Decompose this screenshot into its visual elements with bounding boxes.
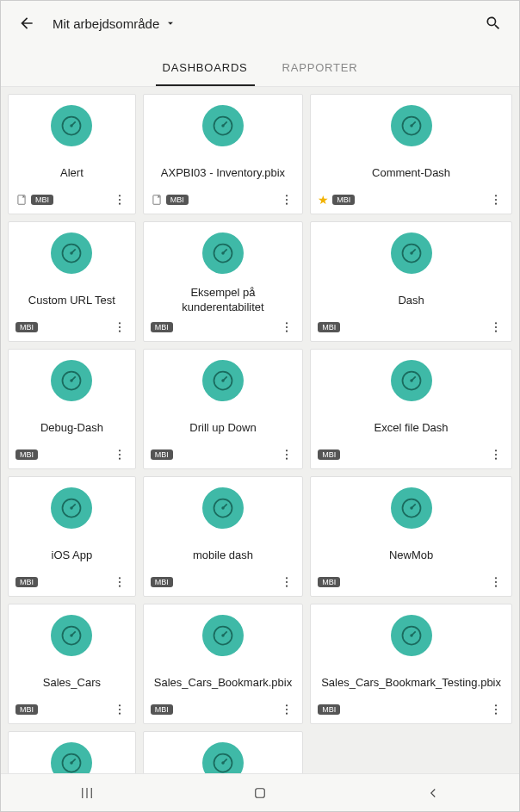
gauge-icon bbox=[399, 623, 424, 648]
dashboard-title: Alert bbox=[57, 158, 87, 188]
dashboard-card[interactable]: Excel file DashMBI bbox=[310, 349, 512, 469]
nav-back-button[interactable] bbox=[407, 780, 459, 806]
svg-point-68 bbox=[221, 634, 225, 637]
svg-point-51 bbox=[119, 586, 121, 587]
footer-icons: MBI bbox=[151, 322, 173, 332]
card-more-button[interactable] bbox=[487, 701, 505, 718]
svg-point-60 bbox=[495, 581, 497, 583]
gauge-icon bbox=[211, 369, 235, 393]
card-footer: MBI bbox=[318, 315, 505, 336]
dashboard-card[interactable]: iOS AppMBI bbox=[8, 476, 136, 597]
dashboard-card[interactable]: Sales_Cars_Bookmark_Testing.pbixMBI bbox=[310, 604, 512, 724]
card-more-button[interactable] bbox=[111, 319, 128, 336]
svg-point-5 bbox=[119, 203, 121, 205]
card-footer: MBI bbox=[318, 570, 505, 591]
svg-point-41 bbox=[286, 458, 288, 460]
card-more-button[interactable] bbox=[487, 446, 505, 463]
card-more-button[interactable] bbox=[487, 573, 505, 591]
svg-point-66 bbox=[119, 713, 121, 715]
footer-icons: ★MBI bbox=[318, 193, 355, 207]
footer-icons: MBI bbox=[15, 704, 38, 715]
svg-point-63 bbox=[71, 634, 74, 637]
mbi-badge: MBI bbox=[151, 577, 173, 587]
card-more-button[interactable] bbox=[111, 446, 128, 463]
card-more-button[interactable] bbox=[278, 319, 295, 336]
svg-point-21 bbox=[119, 331, 121, 332]
dashboard-icon bbox=[51, 615, 92, 656]
tab-reports[interactable]: RAPPORTER bbox=[275, 53, 365, 86]
dashboard-card[interactable]: Debug-DashMBI bbox=[8, 349, 136, 469]
recents-button[interactable] bbox=[61, 780, 113, 806]
dashboard-icon bbox=[51, 232, 92, 274]
tab-dashboards[interactable]: DASHBOARDS bbox=[156, 53, 255, 86]
mbi-badge: MBI bbox=[15, 449, 38, 460]
dashboard-icon bbox=[391, 232, 432, 274]
mbi-badge: MBI bbox=[318, 322, 340, 332]
svg-point-30 bbox=[495, 326, 497, 328]
card-more-button[interactable] bbox=[487, 319, 505, 336]
card-footer: MBI bbox=[318, 697, 505, 718]
dashboard-title: Debug-Dash bbox=[37, 413, 107, 443]
card-more-button[interactable] bbox=[487, 191, 505, 208]
dashboard-title: iOS App bbox=[48, 541, 96, 570]
footer-icons: MBI bbox=[151, 704, 173, 715]
svg-point-74 bbox=[495, 704, 497, 706]
svg-point-69 bbox=[286, 704, 288, 706]
dashboard-card[interactable]: DashMBI bbox=[310, 221, 512, 342]
svg-point-7 bbox=[221, 124, 225, 127]
gauge-icon bbox=[399, 496, 424, 520]
svg-point-20 bbox=[119, 326, 121, 328]
gauge-icon bbox=[211, 114, 235, 138]
chevron-down-icon bbox=[164, 17, 176, 29]
dashboard-icon bbox=[391, 105, 432, 146]
svg-point-24 bbox=[286, 322, 288, 324]
svg-point-48 bbox=[71, 506, 74, 510]
dashboard-card[interactable]: Sales_CarsMBI bbox=[8, 604, 136, 724]
dashboard-card[interactable]: Sales_Cars_Bookmark.pbixMBI bbox=[143, 604, 303, 724]
dashboard-card[interactable]: Eksempel på kunderentabilitetMBI bbox=[143, 221, 303, 342]
card-more-button[interactable] bbox=[278, 446, 295, 463]
card-footer: MBI bbox=[318, 443, 505, 463]
dashboard-card[interactable]: Comment-Dash★MBI bbox=[310, 94, 512, 214]
card-more-button[interactable] bbox=[278, 701, 295, 718]
svg-point-1 bbox=[71, 124, 74, 127]
back-button[interactable] bbox=[15, 11, 39, 35]
card-footer: MBI bbox=[151, 443, 295, 463]
dashboard-title: Custom URL Test bbox=[25, 286, 119, 315]
svg-point-25 bbox=[286, 326, 288, 328]
card-more-button[interactable] bbox=[111, 701, 128, 718]
footer-icons: MBI bbox=[15, 577, 38, 587]
more-vert-icon bbox=[113, 448, 127, 462]
more-vert-icon bbox=[113, 320, 127, 334]
svg-point-16 bbox=[495, 203, 497, 205]
dashboard-card[interactable]: Custom URL TestMBI bbox=[8, 221, 136, 342]
gauge-icon bbox=[59, 751, 84, 773]
more-vert-icon bbox=[489, 575, 503, 589]
workspace-selector[interactable]: Mit arbejdsområde bbox=[53, 16, 176, 31]
svg-rect-87 bbox=[256, 788, 265, 797]
more-vert-icon bbox=[489, 703, 503, 716]
card-more-button[interactable] bbox=[111, 573, 128, 591]
dashboard-card[interactable] bbox=[8, 731, 136, 773]
dashboard-title: Eksempel på kunderentabilitet bbox=[151, 286, 295, 315]
home-button[interactable] bbox=[234, 780, 286, 806]
search-button[interactable] bbox=[481, 11, 505, 35]
dashboard-card[interactable]: Drill up DownMBI bbox=[143, 349, 303, 469]
card-more-button[interactable] bbox=[278, 573, 295, 591]
gauge-icon bbox=[59, 114, 84, 138]
card-more-button[interactable] bbox=[278, 191, 295, 208]
header: Mit arbejdsområde bbox=[1, 1, 519, 46]
card-more-button[interactable] bbox=[111, 191, 128, 208]
dashboard-card[interactable]: AXPBI03 - Inventory.pbix MBI bbox=[143, 94, 303, 214]
dashboard-card[interactable]: NewMobMBI bbox=[310, 476, 512, 597]
svg-point-19 bbox=[119, 322, 121, 324]
dashboard-card[interactable] bbox=[143, 731, 303, 773]
dashboard-card[interactable]: mobile dashMBI bbox=[143, 476, 303, 597]
footer-icons: MBI bbox=[15, 322, 38, 332]
mbi-badge: MBI bbox=[31, 195, 53, 205]
mobile-view-icon bbox=[15, 194, 28, 206]
svg-point-83 bbox=[221, 761, 225, 765]
dashboard-card[interactable]: Alert MBI bbox=[8, 94, 136, 214]
dashboard-icon bbox=[202, 360, 244, 401]
svg-point-65 bbox=[119, 709, 121, 710]
